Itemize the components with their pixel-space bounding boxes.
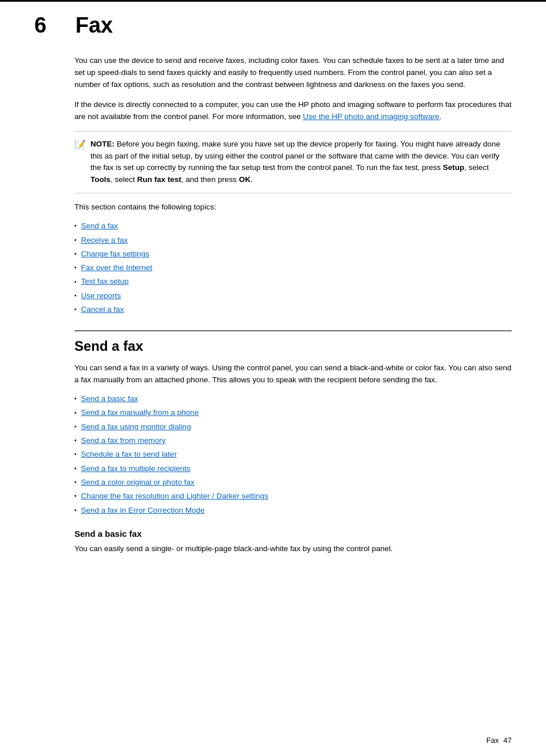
- intro-paragraph-1: You can use the device to send and recei…: [74, 55, 512, 91]
- send-fax-link[interactable]: Send a basic fax: [81, 392, 139, 406]
- note-bold-tools: Tools: [90, 175, 110, 184]
- bullet-icon: •: [74, 291, 77, 301]
- send-fax-link[interactable]: Send a fax to multiple recipients: [81, 462, 191, 476]
- bullet-icon: •: [74, 394, 77, 404]
- bullet-icon: •: [74, 408, 77, 418]
- bullet-icon: •: [74, 464, 77, 474]
- bullet-icon: •: [74, 436, 77, 446]
- toc-link[interactable]: Send a fax: [81, 219, 118, 233]
- bullet-icon: •: [74, 235, 77, 246]
- list-item: •Cancel a fax: [74, 303, 512, 316]
- send-fax-link[interactable]: Send a fax in Error Correction Mode: [81, 504, 205, 517]
- note-bold-runfax: Run fax test: [137, 175, 181, 184]
- bullet-icon: •: [74, 449, 77, 460]
- bullet-icon: •: [74, 304, 77, 315]
- footer-page-number: 47: [504, 736, 512, 745]
- toc-link[interactable]: Test fax setup: [81, 275, 129, 288]
- list-item: •Send a fax from memory: [74, 434, 512, 448]
- bullet-icon: •: [74, 263, 77, 273]
- list-item: •Send a fax: [74, 219, 512, 233]
- note-icon: 📝: [74, 139, 86, 150]
- list-item: •Use reports: [74, 289, 512, 303]
- note-bold-ok: OK: [239, 175, 250, 184]
- note-final: .: [251, 175, 253, 184]
- toc-link[interactable]: Use reports: [81, 289, 121, 303]
- bullet-icon: •: [74, 491, 77, 501]
- bullet-icon: •: [74, 249, 77, 259]
- intro-text-after-link: .: [440, 112, 442, 121]
- note-content: NOTE: Before you begin faxing, make sure…: [90, 138, 512, 187]
- toc-link[interactable]: Receive a fax: [81, 233, 128, 247]
- toc-link[interactable]: Cancel a fax: [81, 303, 124, 316]
- note-mid-1: , select: [464, 163, 489, 172]
- send-fax-link[interactable]: Send a color original or photo fax: [81, 476, 195, 489]
- list-item: •Change fax settings: [74, 247, 512, 261]
- list-item: •Send a fax to multiple recipients: [74, 462, 512, 476]
- note-box: 📝 NOTE: Before you begin faxing, make su…: [74, 131, 512, 194]
- chapter-title-text: Fax: [76, 13, 113, 37]
- send-fax-link[interactable]: Send a fax from memory: [81, 434, 166, 448]
- send-fax-links-list: •Send a basic fax•Send a fax manually fr…: [74, 392, 512, 517]
- send-fax-section-title: Send a fax: [74, 330, 512, 354]
- note-text-main: Before you begin faxing, make sure you h…: [90, 140, 500, 172]
- note-mid-2: , select: [110, 175, 137, 184]
- send-fax-link[interactable]: Send a fax using monitor dialing: [81, 420, 191, 434]
- note-bold-setup: Setup: [443, 163, 465, 172]
- intro-paragraph-2: If the device is directly connected to a…: [74, 99, 512, 123]
- list-item: •Send a basic fax: [74, 392, 512, 406]
- send-fax-intro-text: You can send a fax in a variety of ways.…: [74, 362, 512, 386]
- chapter-header: 6 Fax: [0, 2, 546, 55]
- note-label: NOTE:: [90, 140, 114, 148]
- send-fax-link[interactable]: Send a fax manually from a phone: [81, 406, 199, 419]
- content-area: You can use the device to send and recei…: [0, 55, 546, 555]
- hp-photo-imaging-link[interactable]: Use the HP photo and imaging software: [303, 112, 439, 121]
- send-basic-fax-intro: You can easily send a single- or multipl…: [74, 543, 512, 555]
- footer: Fax 47: [0, 736, 546, 745]
- chapter-number: 6: [34, 13, 46, 37]
- list-item: •Receive a fax: [74, 233, 512, 247]
- note-end: , and then press: [181, 175, 239, 184]
- send-basic-fax-subsection-title: Send a basic fax: [74, 529, 512, 539]
- list-item: •Fax over the Internet: [74, 261, 512, 275]
- send-fax-link[interactable]: Change the fax resolution and Lighter / …: [81, 489, 268, 503]
- list-item: •Change the fax resolution and Lighter /…: [74, 489, 512, 503]
- list-item: •Test fax setup: [74, 275, 512, 288]
- intro-text-before-link: If the device is directly connected to a…: [74, 100, 512, 121]
- bullet-icon: •: [74, 477, 77, 488]
- bullet-icon: •: [74, 422, 77, 432]
- toc-list: •Send a fax•Receive a fax•Change fax set…: [74, 219, 512, 316]
- bullet-icon: •: [74, 221, 77, 231]
- footer-label: Fax: [486, 736, 499, 745]
- toc-link[interactable]: Change fax settings: [81, 247, 149, 261]
- list-item: •Send a fax using monitor dialing: [74, 420, 512, 434]
- list-item: •Schedule a fax to send later: [74, 448, 512, 461]
- list-item: •Send a fax in Error Correction Mode: [74, 504, 512, 517]
- list-item: •Send a fax manually from a phone: [74, 406, 512, 419]
- page-container: 6 Fax You can use the device to send and…: [0, 0, 546, 756]
- toc-link[interactable]: Fax over the Internet: [81, 261, 153, 275]
- bullet-icon: •: [74, 505, 77, 516]
- bullet-icon: •: [74, 277, 77, 287]
- list-item: •Send a color original or photo fax: [74, 476, 512, 489]
- send-fax-link[interactable]: Schedule a fax to send later: [81, 448, 177, 461]
- chapter-title: 6 Fax: [34, 13, 512, 38]
- section-intro-text: This section contains the following topi…: [74, 201, 512, 213]
